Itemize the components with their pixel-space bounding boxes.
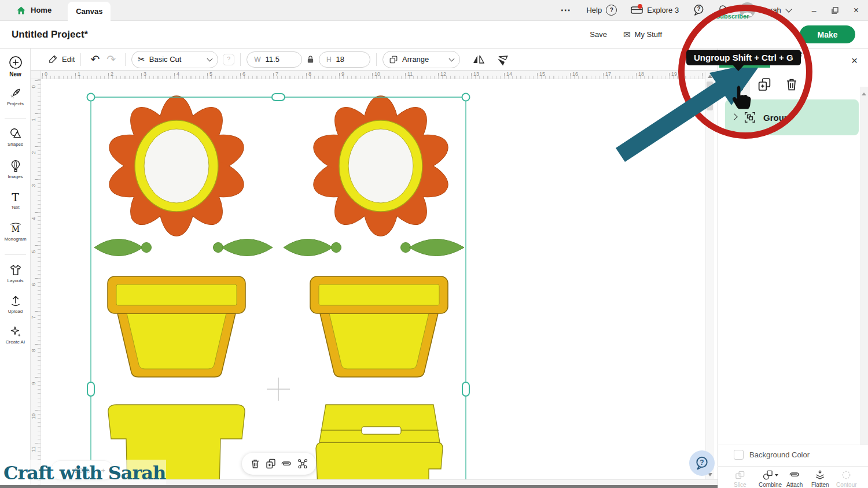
panel-scrollbar[interactable] bbox=[860, 87, 868, 445]
ruler-number: 1 bbox=[78, 71, 80, 77]
leaf-shapes[interactable] bbox=[94, 239, 464, 256]
combine-button[interactable]: Combine bbox=[759, 469, 782, 488]
new-icon bbox=[9, 56, 23, 69]
ruler-number: 7 bbox=[31, 316, 36, 319]
save-button[interactable]: Save bbox=[590, 30, 607, 39]
my-stuff-button[interactable]: ✉ My Stuff bbox=[623, 29, 662, 40]
sidebar-item-images[interactable]: Images bbox=[0, 160, 31, 179]
background-color-checkbox[interactable] bbox=[734, 450, 744, 460]
svg-text:?: ? bbox=[700, 459, 704, 467]
window-close-button[interactable]: × bbox=[854, 5, 859, 16]
sidebar-item-monogram[interactable]: M Monogram bbox=[0, 222, 31, 242]
upload-icon bbox=[9, 294, 22, 307]
flip-horizontal-icon[interactable] bbox=[472, 54, 486, 65]
slice-button[interactable]: Slice bbox=[734, 469, 746, 488]
selection-floating-toolbar bbox=[242, 453, 316, 475]
make-button[interactable]: Make bbox=[800, 25, 855, 43]
ruler-number: 8 bbox=[308, 71, 311, 77]
explore-label: Explore 3 bbox=[647, 6, 679, 14]
svg-text:M: M bbox=[11, 224, 19, 234]
explore-machine-menu[interactable]: Explore 3 bbox=[631, 6, 679, 14]
ruler-number: 11 bbox=[31, 446, 36, 452]
monogram-icon: M bbox=[9, 222, 23, 235]
window-maximize-button[interactable] bbox=[832, 7, 838, 14]
ruler-number: 10 bbox=[374, 71, 380, 77]
flip-vertical-icon[interactable] bbox=[495, 54, 509, 65]
sidebar-item-label: Layouts bbox=[7, 278, 23, 283]
flower-shape[interactable] bbox=[309, 96, 453, 236]
sidebar-divider bbox=[5, 118, 26, 119]
sidebar-item-layouts[interactable]: Layouts bbox=[0, 264, 31, 283]
ruler-number: 9 bbox=[31, 382, 36, 385]
selection-handle-top-center[interactable] bbox=[272, 94, 285, 101]
arrange-dropdown[interactable]: Arrange bbox=[382, 51, 460, 68]
ruler-number: 5 bbox=[209, 71, 212, 77]
sidebar-item-new[interactable]: New bbox=[0, 56, 31, 77]
redo-icon[interactable]: ↷ bbox=[106, 53, 116, 66]
height-field[interactable]: H 18 bbox=[319, 51, 370, 68]
duplicate-icon[interactable] bbox=[266, 459, 276, 469]
text-tool-icon: T bbox=[12, 191, 19, 203]
background-color-toggle[interactable]: Background Color bbox=[734, 450, 810, 460]
help-menu[interactable]: Help ? bbox=[586, 5, 617, 16]
left-sidebar: New Projects Shapes Images T Text M Mono… bbox=[0, 49, 31, 488]
home-icon bbox=[16, 6, 26, 15]
flatten-button[interactable]: Flatten bbox=[811, 469, 829, 488]
ruler-number: 7 bbox=[275, 71, 278, 77]
selection-handle-top-right[interactable] bbox=[462, 94, 470, 101]
combine-label: Combine bbox=[759, 482, 782, 488]
help-fab[interactable]: ? bbox=[689, 450, 715, 476]
sidebar-item-upload[interactable]: Upload bbox=[0, 294, 31, 314]
undo-icon[interactable]: ↶ bbox=[90, 53, 100, 66]
sidebar-item-shapes[interactable]: Shapes bbox=[0, 127, 31, 147]
sidebar-item-label: Monogram bbox=[4, 236, 26, 242]
sidebar-item-text[interactable]: T Text bbox=[0, 191, 31, 210]
envelope-icon: ✉ bbox=[623, 29, 631, 40]
attach-paperclip-icon[interactable] bbox=[281, 460, 292, 468]
sidebar-item-label: Images bbox=[8, 174, 23, 179]
contour-button[interactable]: Contour bbox=[836, 469, 857, 488]
more-icon[interactable]: ⋯ bbox=[560, 4, 571, 16]
selection-handle-top-left[interactable] bbox=[87, 94, 95, 101]
panel-divider bbox=[718, 466, 868, 467]
width-field[interactable]: W 11.5 bbox=[247, 51, 302, 68]
tab-canvas-label: Canvas bbox=[76, 7, 102, 16]
ungroup-icon[interactable] bbox=[297, 459, 308, 469]
my-stuff-label: My Stuff bbox=[635, 30, 662, 39]
sidebar-item-projects[interactable]: Projects bbox=[0, 87, 31, 106]
delete-icon[interactable] bbox=[250, 459, 260, 469]
shapes-icon bbox=[9, 127, 22, 140]
flower-shape[interactable] bbox=[105, 96, 249, 236]
contour-label: Contour bbox=[836, 482, 857, 488]
sidebar-item-label: Upload bbox=[8, 309, 23, 314]
tab-canvas[interactable]: Canvas bbox=[68, 2, 111, 21]
selection-handle-middle-right[interactable] bbox=[462, 382, 469, 396]
sidebar-item-label: New bbox=[9, 71, 21, 77]
flower-pot-shape[interactable] bbox=[108, 276, 245, 377]
operation-help-badge[interactable]: ? bbox=[223, 54, 234, 65]
feedback-chat-icon[interactable]: ? bbox=[693, 4, 705, 16]
lock-icon[interactable] bbox=[307, 55, 314, 64]
app-window: Home Canvas ⋯ Help ? Explore 3 ? Sarah bbox=[0, 0, 868, 488]
flower-pot-shape[interactable] bbox=[310, 276, 448, 377]
ruler-number: 3 bbox=[31, 184, 36, 187]
tab-home[interactable]: Home bbox=[8, 1, 60, 20]
ruler-number: 4 bbox=[176, 71, 179, 77]
selection-handle-middle-left[interactable] bbox=[87, 382, 94, 396]
height-label: H bbox=[326, 56, 332, 64]
panel-close-icon[interactable]: × bbox=[851, 54, 858, 67]
panel-divider bbox=[718, 445, 868, 445]
attach-button[interactable]: Attach bbox=[786, 469, 803, 488]
help-question-icon: ? bbox=[606, 5, 617, 16]
sidebar-item-label: Projects bbox=[7, 101, 24, 106]
scroll-up-icon[interactable] bbox=[862, 93, 866, 95]
window-minimize-button[interactable]: – bbox=[812, 6, 816, 15]
ruler-number: 4 bbox=[31, 217, 36, 220]
edit-menu-button[interactable]: Edit bbox=[48, 54, 75, 64]
slice-label: Slice bbox=[734, 482, 746, 488]
sidebar-item-create-ai[interactable]: Create AI bbox=[0, 325, 31, 345]
operation-type-dropdown[interactable]: ✂ Basic Cut bbox=[131, 51, 218, 68]
ruler-number: 12 bbox=[440, 71, 446, 77]
ruler-number: 0 bbox=[45, 71, 47, 77]
sidebar-item-label: Create AI bbox=[6, 339, 25, 345]
